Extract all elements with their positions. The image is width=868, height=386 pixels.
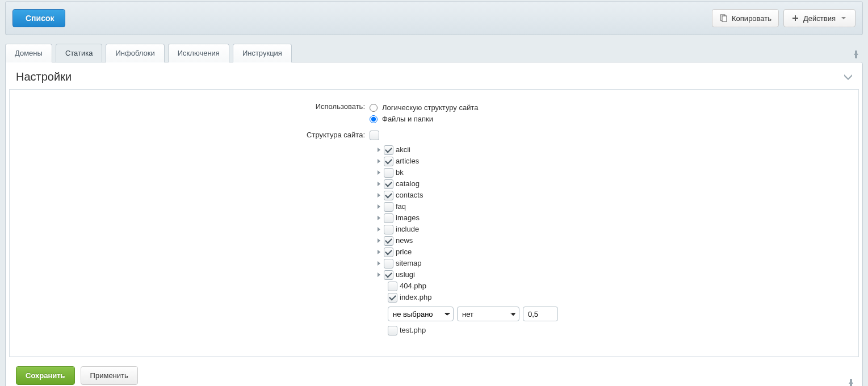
tree-checkbox[interactable] xyxy=(384,236,393,246)
structure-label: Структура сайта: xyxy=(15,131,370,139)
tree-node: bk xyxy=(378,167,853,178)
tree-node-label: akcii xyxy=(396,144,410,156)
tree-checkbox[interactable] xyxy=(388,326,397,335)
tree-checkbox[interactable] xyxy=(384,225,393,234)
top-right-actions: Копировать Действия xyxy=(712,9,856,27)
tree-checkbox[interactable] xyxy=(384,259,393,268)
tree-checkbox[interactable] xyxy=(388,282,397,291)
tab-domains[interactable]: Домены xyxy=(5,44,52,62)
save-button[interactable]: Сохранить xyxy=(16,366,75,385)
tree-node: articles xyxy=(378,156,853,167)
tree-checkbox[interactable] xyxy=(384,179,393,189)
tree-checkbox[interactable] xyxy=(384,270,393,280)
use-radio-logical[interactable] xyxy=(370,104,378,112)
tree-node: faq xyxy=(378,201,853,212)
tree-node-detail: не выбранонет xyxy=(388,307,853,321)
tree-node: sitemap xyxy=(378,258,853,269)
panel-title: Настройки xyxy=(16,70,72,83)
use-option-files[interactable]: Файлы и папки xyxy=(370,114,853,125)
tree-node-label: contacts xyxy=(396,190,423,201)
expand-arrow-icon[interactable] xyxy=(378,250,380,254)
detail-input[interactable] xyxy=(523,307,558,321)
expand-arrow-icon[interactable] xyxy=(378,261,380,266)
tree-node-label: index.php xyxy=(400,292,431,303)
expand-arrow-icon[interactable] xyxy=(378,227,380,232)
pin-icon[interactable] xyxy=(849,47,863,62)
expand-arrow-icon[interactable] xyxy=(378,272,380,277)
expand-arrow-icon[interactable] xyxy=(378,204,380,209)
tree-node-label: test.php xyxy=(400,325,426,336)
tree-checkbox[interactable] xyxy=(384,168,393,178)
tree-node: index.php xyxy=(388,292,853,303)
use-radio-logical-label: Логическую структуру сайта xyxy=(382,102,479,114)
tab-label: Статика xyxy=(65,49,93,57)
tree-node-label: sitemap xyxy=(396,258,422,269)
tree-node: test.php xyxy=(388,325,853,336)
tree-node: akcii xyxy=(378,144,853,156)
expand-arrow-icon[interactable] xyxy=(378,182,380,186)
site-tree: akciiarticlesbkcatalogcontactsfaqimagesi… xyxy=(370,131,853,336)
panel-header: Настройки xyxy=(6,62,862,89)
use-label: Использовать: xyxy=(15,102,370,111)
tree-node: contacts xyxy=(378,190,853,201)
use-radio-files[interactable] xyxy=(370,115,378,123)
expand-arrow-icon[interactable] xyxy=(378,193,380,198)
expand-arrow-icon[interactable] xyxy=(378,170,380,175)
list-button-label: Список xyxy=(26,14,54,23)
tree-node: include xyxy=(378,224,853,235)
apply-button[interactable]: Применить xyxy=(81,366,138,385)
expand-arrow-icon[interactable] xyxy=(378,238,380,243)
footer-pin-icon[interactable] xyxy=(848,379,854,386)
tab-exclusions[interactable]: Исключения xyxy=(168,44,229,62)
tree-checkbox[interactable] xyxy=(384,202,393,212)
detail-select-2[interactable]: нет xyxy=(457,307,519,321)
tree-root-checkbox[interactable] xyxy=(370,131,379,140)
tabs-row: ДоменыСтатикаИнфоблокиИсключенияИнструкц… xyxy=(5,43,863,62)
chevron-down-icon xyxy=(839,14,848,23)
tree-node-label: 404.php xyxy=(400,280,426,292)
tree-node-label: faq xyxy=(396,201,406,212)
tree-node-label: news xyxy=(396,235,413,246)
tab-instruction[interactable]: Инструкция xyxy=(233,44,292,62)
structure-row: Структура сайта: akciiarticlesbkcatalogc… xyxy=(15,131,853,336)
svg-rect-1 xyxy=(722,16,727,22)
tree-checkbox[interactable] xyxy=(384,213,393,223)
tab-label: Инструкция xyxy=(242,49,282,57)
use-row: Использовать: Логическую структуру сайта… xyxy=(15,102,853,125)
actions-button[interactable]: Действия xyxy=(783,9,856,27)
expand-arrow-icon[interactable] xyxy=(378,148,380,152)
panel-footer: Сохранить Применить xyxy=(6,360,862,386)
actions-button-label: Действия xyxy=(803,14,836,23)
copy-button-label: Копировать xyxy=(732,14,771,23)
list-button[interactable]: Список xyxy=(12,9,65,27)
settings-panel: Настройки Использовать: Логическую струк… xyxy=(5,62,863,386)
tree-node-label: images xyxy=(396,212,420,224)
plus-icon xyxy=(791,14,800,23)
tree-checkbox[interactable] xyxy=(384,191,393,200)
expand-arrow-icon[interactable] xyxy=(378,216,380,220)
tree-node: catalog xyxy=(378,178,853,190)
save-button-label: Сохранить xyxy=(26,371,65,380)
copy-icon xyxy=(719,14,728,23)
use-option-logical[interactable]: Логическую структуру сайта xyxy=(370,102,853,114)
tab-label: Домены xyxy=(15,49,43,57)
tree-node: price xyxy=(378,246,853,258)
tree-node: uslugi xyxy=(378,269,853,280)
tree-checkbox[interactable] xyxy=(384,157,393,166)
copy-button[interactable]: Копировать xyxy=(712,9,779,27)
use-radio-files-label: Файлы и папки xyxy=(382,114,433,125)
tab-label: Инфоблоки xyxy=(115,49,154,57)
detail-select-1[interactable]: не выбрано xyxy=(388,307,454,321)
collapse-icon[interactable] xyxy=(844,74,852,80)
tree-node-label: include xyxy=(396,224,419,235)
tree-node-label: bk xyxy=(396,167,404,178)
tab-label: Исключения xyxy=(178,49,220,57)
tree-checkbox[interactable] xyxy=(384,145,393,155)
expand-arrow-icon[interactable] xyxy=(378,159,380,163)
tree-node: images xyxy=(378,212,853,224)
tree-checkbox[interactable] xyxy=(388,293,397,303)
tree-checkbox[interactable] xyxy=(384,247,393,257)
apply-button-label: Применить xyxy=(90,371,128,380)
tab-infoblocks[interactable]: Инфоблоки xyxy=(106,44,164,62)
tab-static[interactable]: Статика xyxy=(56,44,103,62)
